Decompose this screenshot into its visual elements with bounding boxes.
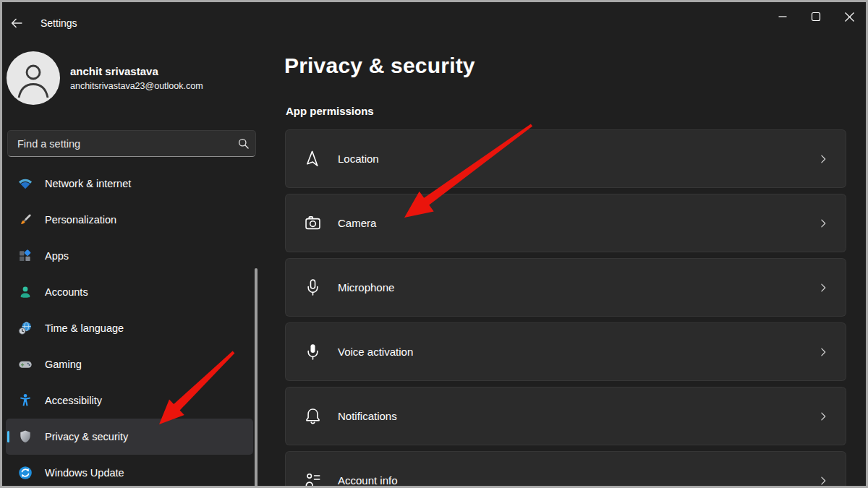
gaming-icon [17, 356, 33, 372]
sidebar-item-label: Windows Update [45, 467, 124, 479]
page-title: Privacy & security [284, 53, 475, 78]
list-item-label: Notifications [338, 410, 397, 422]
sidebar-item-windows-update[interactable]: Windows Update [6, 455, 253, 488]
app-permissions-list: Location Camera Microphone [285, 129, 846, 488]
sidebar: anchit srivastava anchitsrivastava23@out… [0, 0, 263, 488]
chevron-right-icon [817, 281, 830, 294]
accounts-icon [17, 284, 33, 300]
window-controls [766, 2, 866, 31]
minimize-icon [778, 12, 788, 22]
sidebar-item-label: Network & internet [45, 178, 131, 189]
search-icon[interactable] [231, 137, 255, 150]
sidebar-scrollbar[interactable] [255, 268, 258, 488]
selected-accent-pill [7, 431, 9, 442]
list-item-voice-activation[interactable]: Voice activation [285, 322, 846, 381]
sidebar-item-time-language[interactable]: Time & language [6, 310, 253, 346]
search-input[interactable] [8, 138, 231, 150]
chevron-right-icon [817, 153, 830, 166]
sidebar-item-accounts[interactable]: Accounts [6, 274, 253, 310]
microphone-icon [303, 278, 323, 297]
section-title: App permissions [286, 105, 374, 117]
chevron-right-icon [817, 346, 830, 359]
list-item-microphone[interactable]: Microphone [285, 258, 846, 317]
chevron-right-icon [817, 217, 830, 230]
network-icon [17, 176, 33, 192]
avatar[interactable] [7, 51, 60, 105]
user-email: anchitsrivastava23@outlook.com [70, 81, 203, 91]
list-item-notifications[interactable]: Notifications [285, 387, 846, 445]
notifications-bell-icon [303, 406, 323, 426]
sidebar-item-accessibility[interactable]: Accessibility [6, 382, 253, 419]
windows-update-icon [17, 465, 33, 481]
list-item-label: Account info [338, 474, 398, 487]
sidebar-item-label: Gaming [45, 359, 82, 370]
user-name: anchit srivastava [70, 65, 158, 77]
search-box[interactable] [7, 130, 256, 157]
chevron-right-icon [817, 410, 830, 423]
close-icon [844, 12, 855, 22]
account-info-icon [303, 471, 323, 488]
chevron-right-icon [817, 474, 830, 487]
personalization-icon [17, 212, 33, 228]
sidebar-item-personalization[interactable]: Personalization [6, 202, 253, 238]
sidebar-item-label: Apps [45, 250, 69, 262]
list-item-label: Location [338, 153, 379, 165]
apps-icon [17, 248, 33, 264]
camera-icon [303, 213, 323, 233]
list-item-label: Camera [338, 217, 376, 229]
maximize-button[interactable] [799, 2, 833, 31]
voice-activation-icon [303, 342, 323, 361]
list-item-account-info[interactable]: Account info [285, 451, 846, 488]
sidebar-item-label: Accessibility [45, 395, 102, 406]
sidebar-nav: Network & internet Personalization Ap [0, 166, 263, 488]
sidebar-item-label: Accounts [45, 286, 88, 298]
privacy-shield-icon [17, 429, 33, 445]
sidebar-item-gaming[interactable]: Gaming [6, 346, 253, 382]
sidebar-item-label: Personalization [45, 214, 116, 226]
sidebar-item-apps[interactable]: Apps [6, 238, 253, 274]
time-language-icon [17, 320, 33, 336]
list-item-camera[interactable]: Camera [285, 194, 846, 252]
sidebar-item-network-internet[interactable]: Network & internet [6, 166, 253, 202]
sidebar-item-label: Time & language [45, 322, 124, 334]
sidebar-item-privacy-security[interactable]: Privacy & security [6, 419, 253, 455]
accessibility-icon [17, 393, 33, 408]
location-icon [303, 149, 323, 168]
sidebar-item-label: Privacy & security [45, 431, 128, 442]
maximize-icon [811, 12, 821, 22]
list-item-label: Voice activation [338, 346, 413, 358]
list-item-label: Microphone [338, 281, 394, 294]
minimize-button[interactable] [766, 2, 799, 31]
close-button[interactable] [833, 2, 866, 31]
list-item-location[interactable]: Location [285, 129, 846, 188]
